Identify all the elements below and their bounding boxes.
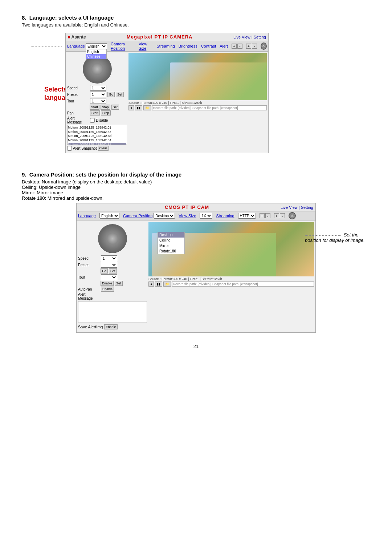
cam1-clear-btn[interactable]: Clear: [98, 146, 109, 151]
cam2-left-panel: Speed 1 Preset Go Set Tour: [78, 222, 147, 331]
cam1-alert-snapshot-checkbox[interactable]: [67, 146, 72, 151]
cam-pos-ceiling[interactable]: Ceiling: [158, 238, 184, 243]
cam2-camera-pos-nav[interactable]: Camera Position: [123, 214, 152, 218]
cam1-image-overlay: [170, 62, 267, 100]
cam1-speed-select[interactable]: 1: [90, 85, 106, 91]
cam2-links: Live View | Setting: [281, 205, 313, 210]
cam2-lang-select[interactable]: English: [99, 213, 119, 219]
cam2-alert-icon[interactable]: ⚠: [289, 212, 296, 219]
section8-title: 8. Language: selects a UI language: [22, 15, 370, 21]
cam1-contrast-plus[interactable]: +: [246, 44, 251, 49]
cam2-cam-pos-select[interactable]: Desktop: [154, 213, 175, 219]
cam-pos-mirror[interactable]: Mirror: [158, 243, 184, 248]
cam2-tour-select[interactable]: [101, 274, 117, 280]
cam1-tour-row: Tour 1: [67, 98, 127, 104]
cam1-record-btn[interactable]: ●: [128, 105, 134, 110]
cam1-alert-item-4: Motion_20091125_135942.04: [68, 138, 126, 143]
cam2-contrast-minus[interactable]: -: [280, 213, 285, 218]
cam1-header: ■ Asante Megapixel PT IP CAMERA Live Vie…: [66, 33, 268, 41]
cam2-save-enable-btn[interactable]: Enable: [104, 324, 117, 329]
cam1-brightness-minus[interactable]: -: [237, 44, 242, 49]
cam2-set-btn[interactable]: Set: [109, 268, 117, 274]
cam2-brightness-minus[interactable]: -: [265, 213, 270, 218]
cam1-right-panel: Source : Format:320 x 240 | FPS:1 | BitR…: [128, 53, 267, 151]
cam2-streaming-nav[interactable]: Streaming: [216, 214, 234, 218]
cam1-brightness-plus[interactable]: +: [232, 44, 237, 49]
cam1-pan-label: Pan: [67, 111, 89, 115]
cam1-preset-select[interactable]: 1: [90, 92, 106, 97]
cam1-lang-dropdown[interactable]: English Chinese: [86, 49, 107, 59]
cam1-contrast-nav[interactable]: Contrast: [201, 44, 216, 48]
lang-option-english[interactable]: English: [86, 49, 106, 54]
cam-pos-desktop[interactable]: Desktop: [158, 232, 184, 238]
cam1-go-btn[interactable]: Go: [107, 92, 115, 97]
cam2-source-text: Source : Format:320 x 240 | FPS:1 | BitR…: [148, 277, 314, 281]
cam2-streaming-select[interactable]: HTTP: [238, 213, 256, 219]
cam1-language-select[interactable]: English Chinese: [86, 43, 107, 49]
cam2-cam-pos-wrapper: Camera Position Desktop Desktop Ceiling …: [123, 213, 175, 219]
cam2-view-size-select[interactable]: 1X: [200, 213, 212, 219]
cam2-enable-btn[interactable]: Enable: [101, 281, 114, 286]
cam1-tour-start-btn[interactable]: Start: [90, 105, 99, 110]
cam1-set-btn[interactable]: Set: [116, 92, 124, 97]
cam1-alert-item-5: Motion_20091125_135942.31: [68, 143, 126, 145]
cam1-tour-select[interactable]: 1: [90, 98, 106, 104]
cam1-preset-row: Preset 1 Go Set: [67, 92, 127, 97]
cam1-pan-stop-btn[interactable]: Stop: [101, 110, 111, 116]
cam2-preset-label: Preset: [78, 263, 100, 267]
cam2-tour-set-btn[interactable]: Set: [115, 281, 123, 286]
cam2-language-nav[interactable]: Language: [78, 214, 96, 218]
cam2-annotation-text: Set the position for display of image.: [305, 232, 365, 243]
cam2-autopan-row: AutoPan Enable: [78, 287, 147, 292]
cam1-alert-list[interactable]: Motion_20091125_135942.01 Motion_2009112…: [67, 125, 127, 145]
cam-pos-rotate180[interactable]: Rotate180: [158, 248, 184, 254]
section9-number: 9.: [22, 171, 26, 178]
cam2-speed-select[interactable]: 1: [101, 255, 117, 261]
cam2-stop-record-btn[interactable]: ▮▮: [155, 281, 162, 287]
section-8: 8. Language: selects a UI language Two l…: [22, 15, 370, 153]
cam2-record-btn[interactable]: ●: [148, 281, 154, 287]
cam2-tour-label: Tour: [78, 275, 100, 279]
cam2-preset-select[interactable]: [101, 262, 117, 268]
cam2-alert-list[interactable]: [78, 301, 147, 323]
cam1-alert-icon[interactable]: ⚠: [261, 42, 267, 50]
cam1-alert-item-1: Motion_20091125_135942.01: [68, 126, 126, 130]
cam2-cam-pos-dropdown[interactable]: Desktop Ceiling Mirror Rotate180: [158, 232, 185, 254]
cam1-view-size-nav[interactable]: View Size: [139, 42, 153, 50]
section-9: 9. Camera Position: sets the position fo…: [22, 171, 370, 333]
cam1-alert-snapshot-row: Alert Snapshot Clear: [67, 146, 127, 151]
cam1-cam-pos-nav[interactable]: Camera Position: [111, 42, 135, 50]
cam2-container: CMOS PT IP CAM Live View | Setting Langu…: [22, 203, 370, 333]
cam2-annotation: Set the position for display of image.: [305, 232, 374, 243]
lang-option-chinese[interactable]: Chinese: [86, 54, 106, 59]
cam2-contrast-plus[interactable]: +: [274, 213, 279, 218]
cam1-alert-nav[interactable]: Alert: [220, 44, 228, 48]
cam1-record-path: Record file path: [c:lvideo]; Snapshot f…: [152, 105, 267, 110]
cam1-links: Live View | Setting: [233, 35, 266, 39]
cam1-logo: ■ Asante: [68, 35, 86, 40]
cam2-save-alert-row: Save AlertImg Enable: [78, 324, 147, 329]
cam1-language-nav-item[interactable]: Language: [67, 44, 85, 48]
cam1-pan-row: Pan Start Stop: [67, 110, 127, 116]
cam1-stop-record-btn[interactable]: ▮▮: [135, 105, 142, 110]
cam1-disable-checkbox[interactable]: [90, 118, 95, 123]
cam1-tour-stop-btn[interactable]: Stop: [101, 105, 110, 110]
cam2-record-path: Record file path: [c:lvideo]; Snapshot f…: [172, 281, 314, 287]
cam1-tour-set-btn[interactable]: Set: [111, 105, 119, 110]
cam1-pan-start-btn[interactable]: Start: [90, 110, 100, 116]
cam2-view-size-nav[interactable]: View Size: [179, 214, 196, 218]
cam2-folder-btn[interactable]: 📁: [163, 281, 171, 287]
cam1-streaming-nav[interactable]: Streaming: [157, 44, 175, 48]
cam2-brightness-plus[interactable]: +: [260, 213, 265, 218]
cam1-folder-btn[interactable]: 📁: [143, 105, 151, 110]
cam2-autopan-enable-btn[interactable]: Enable: [101, 287, 114, 292]
cam2-go-btn[interactable]: Go: [101, 268, 108, 274]
cam1-contrast-minus[interactable]: -: [252, 44, 257, 49]
section9-desc-1: Desktop: Normal image (display on the de…: [22, 179, 370, 185]
cam1-title: Megapixel PT IP CAMERA: [127, 34, 192, 40]
cam2-save-alert-label: Save AlertImg: [78, 325, 103, 329]
cam2-autopan-label: AutoPan: [78, 287, 100, 291]
cam2-ptz[interactable]: [98, 224, 127, 253]
cam2-nav: Language English Camera Position Desktop…: [77, 211, 315, 220]
cam1-brightness-nav[interactable]: Brightness: [179, 44, 197, 48]
